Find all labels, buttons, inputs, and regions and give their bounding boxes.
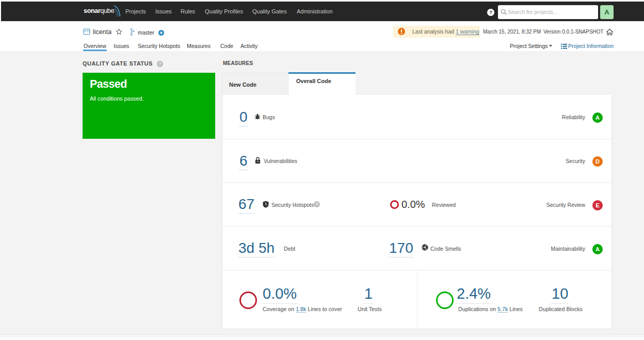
- svg-text:?: ?: [489, 10, 492, 15]
- svg-text:?: ?: [315, 202, 318, 207]
- svg-text:?: ?: [159, 61, 162, 67]
